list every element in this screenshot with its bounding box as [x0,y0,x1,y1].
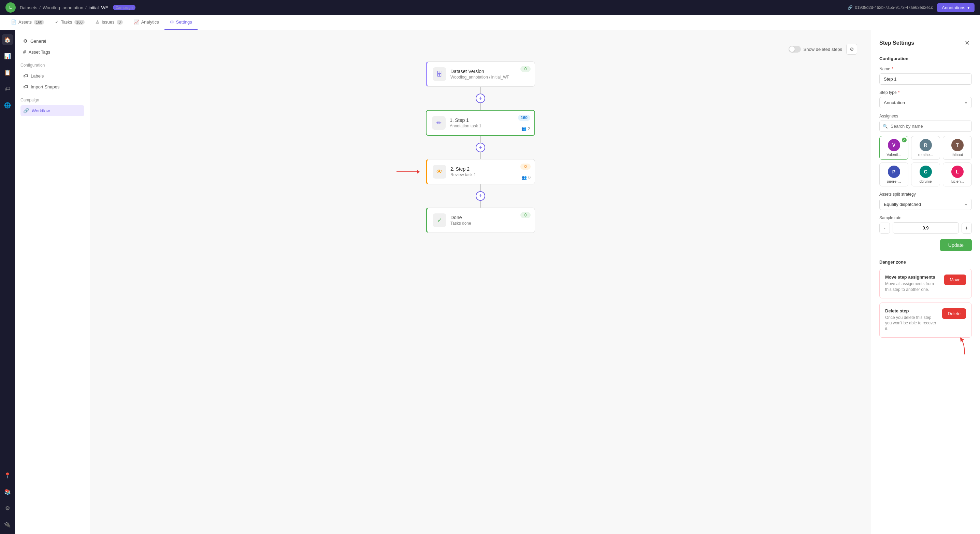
node-done-content: Done Tasks done [450,215,529,226]
tab-issues[interactable]: ⚠ Issues 0 [90,15,128,30]
app-logo: L [5,2,16,13]
close-button[interactable]: ✕ [962,38,972,48]
arrow-head-icon [417,170,420,174]
split-strategy-field-group: Assets split strategy Equally dispatched… [879,192,972,210]
sidebar-item-asset-tags[interactable]: # Asset Tags [21,46,84,57]
arrow-line [396,171,417,172]
danger-card-delete-content: Delete step Once you delete this step yo… [885,308,938,332]
split-strategy-select[interactable]: Equally dispatched Manual [879,199,972,210]
name-field-group: Name * [879,67,972,84]
nav-tasks[interactable]: 📋 [2,67,13,78]
nav-plugins[interactable]: 🔌 [2,519,13,530]
node-dataset-content: Dataset Version Woodlog_annotation / ini… [450,69,529,80]
node-done[interactable]: ✓ Done Tasks done 0 [426,207,535,233]
tab-analytics[interactable]: 📈 Analytics [128,15,164,30]
nav-location[interactable]: 📍 [2,470,13,481]
step-type-select[interactable]: Annotation Review [879,97,972,108]
node-step2-subtitle: Review task 1 [450,172,529,177]
assignee-pierre[interactable]: P pierre-... [879,163,908,187]
nav-home[interactable]: 🏠 [2,34,13,45]
assignee-cbrunie[interactable]: C cbrunie [911,163,940,187]
assignee-remihe[interactable]: R remihe... [911,136,940,160]
import-shapes-icon: 🏷 [23,84,28,89]
name-input[interactable] [879,73,972,84]
connector-line-3b [480,201,481,207]
danger-card-move-content: Move step assignments Move all assignmen… [885,274,940,293]
danger-card-move: Move step assignments Move all assignmen… [879,269,972,298]
assignees-section: Assignees V Valenti... ✓ R remihe... T t… [879,114,972,187]
nav-settings[interactable]: ⚙ [2,502,13,513]
name-label: Name * [879,67,972,71]
tab-settings[interactable]: ⚙ Settings [164,15,197,30]
gear-button[interactable]: ⚙ [846,44,857,55]
sidebar-item-general[interactable]: ⚙ General [21,35,84,46]
assignee-lucien[interactable]: L lucien... [943,163,972,187]
breadcrumb-datasets[interactable]: Datasets [20,5,37,10]
move-button[interactable]: Move [944,274,966,285]
add-button-2[interactable]: + [476,143,485,152]
sample-rate-input[interactable] [892,222,959,234]
breadcrumb: Datasets / Woodlog_annotation / initial_… [20,5,135,10]
sample-rate-label: Sample rate [879,215,972,220]
toggle-control[interactable] [789,46,801,53]
danger-card-delete-desc: Once you delete this step you won't be a… [885,315,938,332]
review-icon: 👁 [433,165,446,179]
node-step2-badge: 0 [520,164,531,170]
configuration-section-title: Configuration [879,56,972,61]
node-step1-subtitle: Annotation task 1 [450,124,529,128]
node-dataset-badge: 0 [520,66,531,72]
annotations-button[interactable]: Annotations ▾ [937,3,975,12]
node-dataset[interactable]: 🗄 Dataset Version Woodlog_annotation / i… [426,61,535,87]
node-step2[interactable]: 👁 2. Step 2 Review task 1 0 👥 0 [426,159,535,184]
sidebar-item-workflow[interactable]: 🔗 Workflow [21,105,84,116]
main-layout: 🏠 📊 📋 🏷 🌐 📍 📚 ⚙ 🔌 ⚙ General # Asset Tags… [0,30,980,534]
nav-dashboard[interactable]: 📊 [2,51,13,61]
rate-minus-button[interactable]: - [879,223,890,234]
danger-card-move-desc: Move all assignments from this step to a… [885,281,940,293]
workflow-nodes: 🗄 Dataset Version Woodlog_annotation / i… [104,61,857,233]
add-button-3[interactable]: + [476,191,485,201]
assignee-pierre-avatar: P [888,166,900,178]
sidebar-item-import-shapes[interactable]: 🏷 Import Shapes [21,81,84,92]
workflow-header: Show deleted steps ⚙ [104,44,857,55]
sidebar-section-campaign: Campaign [21,98,84,102]
tab-assets[interactable]: 📄 Assets 160 [5,15,49,30]
connector-3: + [476,184,485,207]
workflow-canvas: Show deleted steps ⚙ 🗄 Dataset Version W… [90,30,871,534]
asset-tags-icon: # [23,49,26,55]
step-type-required: * [898,90,900,95]
nav-labels[interactable]: 🏷 [2,83,13,94]
node-done-badge: 0 [520,212,531,218]
sidebar-item-labels[interactable]: 🏷 Labels [21,70,84,81]
add-button-1[interactable]: + [476,94,485,103]
assignee-valenti[interactable]: V Valenti... ✓ [879,136,908,160]
update-button[interactable]: Update [940,239,972,251]
red-arrow-indicator [396,170,420,174]
step-type-select-wrapper: Annotation Review [879,97,972,108]
sample-rate-field-group: Sample rate - + [879,215,972,234]
connector-line-1 [480,87,481,94]
tab-tasks[interactable]: ✓ Tasks 160 [49,15,90,30]
danger-card-delete-title: Delete step [885,308,938,314]
nav-library[interactable]: 📚 [2,486,13,497]
danger-card-move-title: Move step assignments [885,274,940,280]
show-deleted-toggle[interactable]: Show deleted steps [789,46,842,53]
node-dataset-subtitle: Woodlog_annotation / initial_WF [450,75,529,80]
rate-plus-button[interactable]: + [962,223,972,234]
annotation-icon: ✏ [432,116,445,130]
step-settings-header: Step Settings ✕ [879,38,972,48]
node-step1[interactable]: ✏ 1. Step 1 Annotation task 1 160 👥 2 [426,110,535,136]
icon-nav: 🏠 📊 📋 🏷 🌐 📍 📚 ⚙ 🔌 [0,30,15,534]
search-box-wrapper [879,121,972,132]
assignee-lucien-avatar: L [951,166,964,178]
search-input[interactable] [879,121,972,132]
delete-button[interactable]: Delete [942,308,966,319]
nav-network[interactable]: 🌐 [2,100,13,111]
split-strategy-label: Assets split strategy [879,192,972,197]
show-deleted-label: Show deleted steps [803,47,842,52]
assignee-thibaut[interactable]: T thibaut [943,136,972,160]
breadcrumb-project[interactable]: Woodlog_annotation [43,5,83,10]
connector-line-2 [480,136,481,143]
node-step2-content: 2. Step 2 Review task 1 [450,166,529,177]
project-id[interactable]: 🔗 01938d2d-462b-7a55-9173-47ae63ed2e1c [848,5,933,10]
